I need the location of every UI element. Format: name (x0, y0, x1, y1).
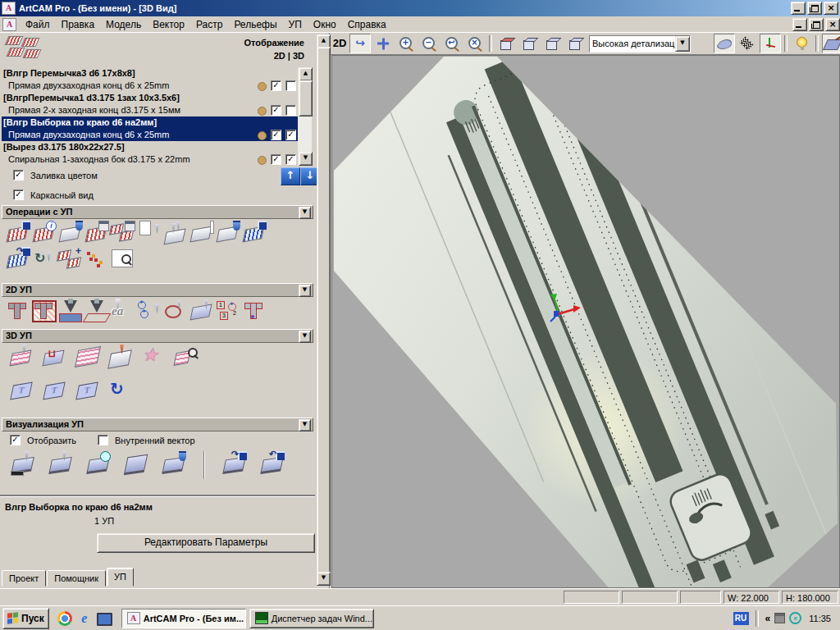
collapse-icon[interactable] (299, 285, 311, 297)
section-3d-header[interactable]: 3D УП (2, 329, 313, 343)
simulation-preview-icon[interactable] (172, 345, 199, 369)
section-ops-header[interactable]: Операции с УП (2, 205, 313, 219)
zoom-extents-button[interactable]: × (464, 34, 486, 53)
wireframe-mesh-button[interactable] (737, 34, 758, 53)
fill-color-checkbox[interactable] (13, 170, 24, 180)
menu-reliefs[interactable]: Рельефы (228, 17, 282, 32)
calculate-toolpath-icon[interactable] (84, 221, 110, 245)
menu-raster[interactable]: Растр (190, 17, 228, 32)
panel-scrollbar[interactable] (317, 34, 330, 586)
antivirus-icon[interactable] (789, 612, 801, 624)
tile-toolpath-2-icon[interactable] (41, 377, 67, 402)
viewport-3d[interactable] (331, 55, 840, 588)
shaded-view-button[interactable] (714, 34, 735, 53)
doc-restore-button[interactable] (809, 18, 824, 31)
show-axes-button[interactable] (760, 34, 781, 53)
reset-block-icon[interactable] (123, 451, 149, 476)
toolpath-row[interactable]: Прямая 2-х заходная конц d3.175 x 15мм (2, 104, 299, 116)
document-icon[interactable] (2, 18, 16, 31)
inlay-wizard-icon[interactable] (162, 299, 189, 323)
copy-toolpath-icon[interactable] (57, 247, 84, 272)
load-block-icon[interactable] (259, 451, 285, 476)
menu-help[interactable]: Справка (342, 17, 392, 32)
toolpath-row-selected[interactable]: Прямая двухзаходная конц d6 x 25mm (2, 129, 299, 141)
show-3d-checkbox[interactable] (285, 80, 296, 91)
scrollbar-thumb[interactable] (299, 80, 313, 116)
scroll-down-icon[interactable] (317, 572, 331, 586)
collapse-icon[interactable] (299, 331, 311, 343)
zoom-out-button[interactable]: − (418, 34, 440, 53)
toolpath-template-icon[interactable] (189, 299, 215, 323)
menu-toolpaths[interactable]: УП (283, 17, 308, 32)
tile-toolpath-3-icon[interactable] (74, 377, 100, 402)
menu-file[interactable]: Файл (20, 17, 56, 32)
refresh-simulation-icon[interactable] (107, 377, 133, 402)
simulate-toolpath-icon[interactable] (48, 451, 74, 476)
toolpath-row[interactable]: Спиральная 1-заходная бок d3.175 x 22mm (2, 153, 299, 166)
paint-relief-button[interactable] (822, 34, 840, 53)
toolpath-group-row[interactable]: [ВлгрПеремычка1 d3.175 1зах 10x3.5x6] (2, 92, 299, 104)
tab-project[interactable]: Проект (2, 570, 46, 587)
machine-relief-icon[interactable] (8, 345, 34, 369)
wireframe-checkbox[interactable] (13, 189, 24, 200)
bridges-icon[interactable] (241, 299, 267, 323)
menu-window[interactable]: Окно (308, 17, 342, 32)
detail-level-dropdown[interactable]: Высокая детализация (589, 35, 691, 52)
quick-simulate-icon[interactable] (85, 451, 112, 476)
save-block-icon[interactable] (221, 451, 248, 476)
menu-edit[interactable]: Правка (56, 17, 101, 32)
toolpath-group-row[interactable]: [Вырез d3.175 180x22x27.5] (2, 141, 299, 153)
scroll-down-icon[interactable] (299, 152, 313, 166)
area-clearance-icon[interactable] (31, 299, 57, 323)
vbit-carving-icon[interactable] (57, 299, 84, 323)
scrollbar-thumb[interactable] (317, 47, 331, 573)
list-scrollbar[interactable] (298, 67, 312, 166)
collapse-tray-icon[interactable]: « (765, 613, 771, 624)
show-3d-checkbox[interactable] (285, 154, 296, 165)
block-model-icon[interactable] (189, 221, 215, 245)
zoom-previous-button[interactable]: ↩ (441, 34, 463, 53)
menu-model[interactable]: Модель (100, 17, 147, 32)
save-toolpath-icon[interactable] (5, 221, 31, 245)
toolpath-notes-icon[interactable] (136, 221, 162, 245)
section-viz-header[interactable]: Визуализация УП (2, 418, 313, 431)
bevelled-carving-icon[interactable] (84, 299, 110, 323)
delete-block-sim-icon[interactable] (161, 451, 187, 476)
preview-template-icon[interactable] (110, 247, 136, 272)
raster-machining-icon[interactable] (74, 345, 100, 369)
rotate-view-button[interactable] (349, 34, 371, 53)
tile-toolpath-1-icon[interactable] (8, 377, 34, 402)
artcam-app-icon[interactable] (2, 2, 16, 15)
doc-minimize-button[interactable] (792, 18, 807, 31)
show-3d-checkbox[interactable] (285, 105, 296, 116)
show-2d-checkbox[interactable] (271, 80, 281, 91)
title-bar[interactable]: ArtCAM Pro - (Без имени) - [3D Вид] (0, 0, 840, 16)
toolpath-nesting-icon[interactable] (84, 247, 110, 272)
minimize-button[interactable] (791, 2, 806, 15)
isometric-view-button[interactable] (495, 34, 517, 53)
interactive-machining-icon[interactable] (139, 345, 166, 369)
restore-button[interactable] (807, 2, 822, 15)
toolpath-summary-icon[interactable] (31, 221, 57, 245)
toolpath-group-row[interactable]: [Влгр Перемычка3 d6 17x8x8] (2, 67, 299, 80)
language-indicator[interactable]: RU (733, 612, 749, 625)
show-simulation-checkbox[interactable] (10, 435, 21, 445)
tray-app-icon[interactable] (774, 613, 785, 623)
delete-toolpath-icon[interactable] (57, 221, 84, 245)
lighting-button[interactable] (791, 34, 812, 53)
save-toolpath-as-relief-icon[interactable] (241, 221, 267, 245)
spiral-simulate-icon[interactable] (31, 247, 57, 272)
internet-explorer-icon[interactable] (77, 611, 92, 626)
show-2d-checkbox[interactable] (271, 154, 281, 165)
front-view-button[interactable] (518, 34, 540, 53)
smart-engraving-icon[interactable] (110, 299, 136, 323)
scroll-up-icon[interactable] (299, 67, 313, 81)
material-setup-icon[interactable] (162, 221, 189, 245)
batch-calculate-icon[interactable] (110, 221, 136, 245)
side-view-button[interactable] (541, 34, 563, 53)
simulate-toolpath-block-icon[interactable] (10, 451, 36, 476)
zoom-in-button[interactable]: + (395, 34, 417, 53)
tab-assistant[interactable]: Помощник (47, 570, 106, 587)
section-2d-header[interactable]: 2D УП (2, 283, 313, 297)
inner-vector-checkbox[interactable] (98, 435, 108, 445)
